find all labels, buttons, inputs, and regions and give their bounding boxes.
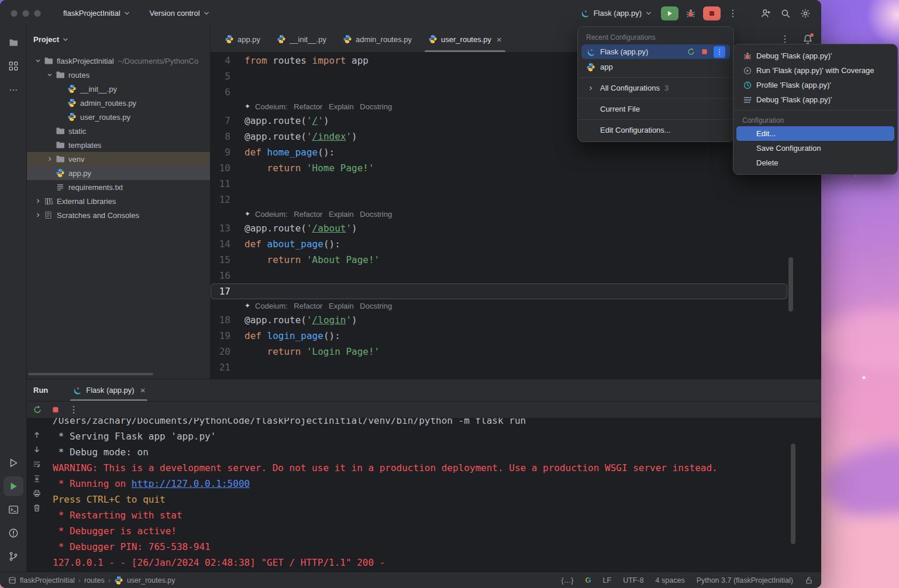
code-line-17[interactable]: 17 <box>211 283 787 299</box>
menu-item-save-configuration[interactable]: Save Configuration <box>736 141 894 155</box>
soft-wrap-button[interactable] <box>33 460 41 468</box>
tree-item-requirements-txt[interactable]: requirements.txt <box>27 180 210 194</box>
tree-item-label: __init__.py <box>80 85 117 94</box>
config-item-all-configurations[interactable]: All Configurations3 <box>581 81 730 95</box>
code-line-16[interactable]: 16 <box>211 268 787 283</box>
chevron-down-icon <box>34 58 42 64</box>
tool-window-button-services[interactable] <box>4 453 23 473</box>
notifications-bell-icon[interactable] <box>802 34 813 44</box>
tree-item-scratches-and-consoles[interactable]: Scratches and Consoles <box>27 208 210 222</box>
more-run-actions-button[interactable]: ⋮ <box>725 6 740 20</box>
zoom-window-button[interactable] <box>34 10 41 17</box>
project-panel-header[interactable]: Project <box>27 26 210 53</box>
code-line-13[interactable]: 13@app.route('/about') <box>211 220 787 236</box>
minimize-window-button[interactable] <box>22 10 29 17</box>
close-icon[interactable]: × <box>497 34 502 44</box>
code-line-20[interactable]: 20 return 'Login Page!' <box>211 344 787 359</box>
tree-item-init-py[interactable]: __init__.py <box>27 82 210 96</box>
tool-window-button-run[interactable] <box>4 476 23 496</box>
tree-item-user-routes-py[interactable]: user_routes.py <box>27 110 210 124</box>
code-line-18[interactable]: 18@app.route('/login') <box>211 312 787 328</box>
tree-item-admin-routes-py[interactable]: admin_routes.py <box>27 96 210 110</box>
menu-item-debug-flask-app-py[interactable]: Debug 'Flask (app.py)' <box>736 92 894 107</box>
tab-user-routes-py[interactable]: user_routes.py× <box>420 26 510 52</box>
code-line-21[interactable]: 21 <box>211 359 787 375</box>
tool-window-button-project[interactable] <box>4 33 23 53</box>
tab-init-py[interactable]: __init__.py <box>268 26 335 52</box>
scroll-end-button[interactable] <box>33 475 41 483</box>
menu-item-run-flask-app-py-with-coverage[interactable]: Run 'Flask (app.py)' with Coverage <box>736 63 894 78</box>
code-line-12[interactable]: 12 <box>211 192 787 207</box>
console-scrollbar[interactable] <box>791 444 795 544</box>
status-code-style[interactable]: {…} <box>562 576 574 584</box>
close-icon[interactable]: × <box>140 385 146 395</box>
tool-window-button-terminal[interactable] <box>4 500 23 520</box>
status-grazie[interactable]: G <box>585 576 591 584</box>
horizontal-scrollbar[interactable] <box>28 373 153 375</box>
status-encoding[interactable]: UTF-8 <box>623 576 643 584</box>
menu-item-profile-flask-app-py[interactable]: Profile 'Flask (app.py)' <box>736 78 894 92</box>
console-link[interactable]: http://127.0.0.1:5000 <box>132 478 250 489</box>
version-control-menu[interactable]: Version control <box>150 9 209 18</box>
run-tab-flask[interactable]: Flask (app.py) × <box>69 379 149 401</box>
lock-icon[interactable] <box>805 576 813 584</box>
code-line-10[interactable]: 10 return 'Home Page!' <box>211 160 787 176</box>
tree-item-routes[interactable]: routes <box>27 68 210 82</box>
project-menu[interactable]: flaskProjectInitial <box>63 9 130 18</box>
tree-item-static[interactable]: static <box>27 124 210 138</box>
config-item-flask-app-py[interactable]: Flask (app.py)⋮ <box>581 44 730 59</box>
stop-button[interactable] <box>701 48 708 56</box>
arrow-up-button[interactable] <box>33 431 41 439</box>
rerun-button[interactable] <box>33 405 42 414</box>
config-item-edit-configurations[interactable]: Edit Configurations... <box>581 123 730 137</box>
arrow-down-button[interactable] <box>33 445 41 454</box>
tool-window-button-version-control[interactable] <box>4 547 23 566</box>
config-item-current-file[interactable]: Current File <box>581 102 730 116</box>
code-line-11[interactable]: 11 <box>211 176 787 192</box>
stop-button[interactable] <box>51 406 60 414</box>
more-button[interactable]: ⋮ <box>714 46 725 58</box>
code-line-19[interactable]: 19def login_page(): <box>211 328 787 344</box>
configuration-context-menu: Debug 'Flask (app.py)'Run 'Flask (app.py… <box>733 44 898 175</box>
close-window-button[interactable] <box>11 10 18 17</box>
breadcrumb-file[interactable]: user_routes.py <box>127 576 175 584</box>
tree-item-flaskprojectinitial[interactable]: flaskProjectInitial~/Documents/PythonCo <box>27 54 210 68</box>
tool-window-button-more[interactable]: ⋯ <box>4 79 23 99</box>
breadcrumb-project[interactable]: flaskProjectInitial <box>20 576 75 584</box>
codeium-hint[interactable]: ✦Codeium: Refactor Explain Docstring <box>211 299 821 312</box>
add-user-button[interactable] <box>758 6 773 20</box>
settings-button[interactable] <box>798 6 813 20</box>
run-button[interactable] <box>661 6 678 20</box>
stop-button[interactable] <box>703 6 721 20</box>
editor-more-button[interactable]: ⋮ <box>780 34 790 44</box>
status-interpreter[interactable]: Python 3.7 (flaskProjectInitial) <box>697 576 793 584</box>
tree-item-external-libraries[interactable]: External Libraries <box>27 194 210 208</box>
debug-button[interactable] <box>683 6 698 20</box>
code-line-15[interactable]: 15 return 'About Page!' <box>211 252 787 268</box>
tree-item-app-py[interactable]: app.py <box>27 166 210 180</box>
status-indent[interactable]: 4 spaces <box>656 576 685 584</box>
tool-window-button-structure[interactable] <box>4 56 23 76</box>
status-line-ending[interactable]: LF <box>603 576 612 584</box>
tab-admin-routes-py[interactable]: admin_routes.py <box>335 26 420 52</box>
tree-item-venv[interactable]: venv <box>27 152 210 166</box>
titlebar: flaskProjectInitial Version control Flas… <box>0 0 821 26</box>
code-line-9[interactable]: 9def home_page(): <box>211 144 787 160</box>
run-config-selector[interactable]: Flask (app.py) <box>576 7 656 20</box>
tool-window-button-problems[interactable] <box>4 523 23 543</box>
menu-item-debug-flask-app-py[interactable]: Debug 'Flask (app.py)' <box>736 49 894 63</box>
code-line-14[interactable]: 14def about_page(): <box>211 236 787 252</box>
search-button[interactable] <box>778 6 793 20</box>
console-more-button[interactable]: ⋮ <box>69 405 78 414</box>
print-button[interactable] <box>33 489 41 497</box>
config-item-app[interactable]: app <box>581 60 730 74</box>
rerun-button[interactable] <box>687 47 695 56</box>
tree-item-templates[interactable]: templates <box>27 138 210 152</box>
editor-scrollbar[interactable] <box>788 257 793 312</box>
menu-item-edit[interactable]: Edit... <box>736 126 894 141</box>
menu-item-delete[interactable]: Delete <box>736 155 894 170</box>
breadcrumb-folder[interactable]: routes <box>84 576 105 584</box>
codeium-hint[interactable]: ✦Codeium: Refactor Explain Docstring <box>211 207 821 220</box>
tab-app-py[interactable]: app.py <box>216 26 268 52</box>
trash-button[interactable] <box>33 504 41 512</box>
